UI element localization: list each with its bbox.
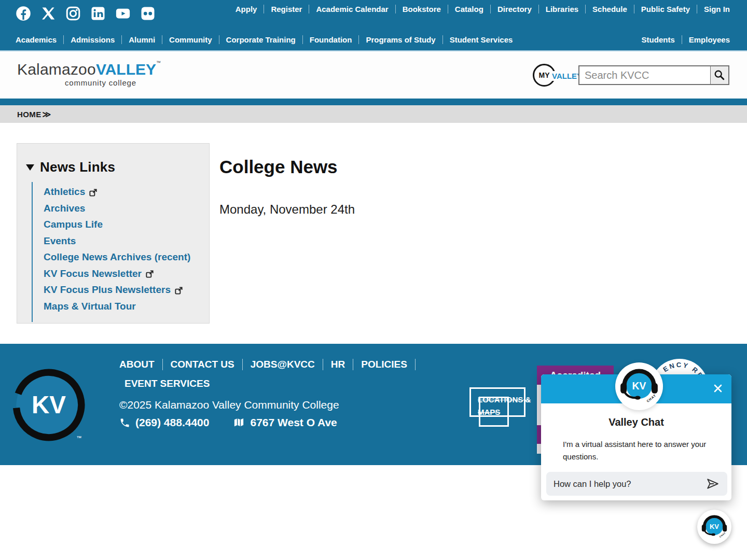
nav-employees[interactable]: Employees	[682, 35, 730, 44]
footer-address[interactable]: 6767 West O Ave	[250, 416, 337, 429]
chat-avatar: KV CHAT	[615, 362, 663, 410]
chat-title: Valley Chat	[541, 416, 731, 428]
search-icon	[714, 69, 725, 81]
breadcrumb-home-link[interactable]: HOME	[17, 110, 42, 119]
utility-link-register[interactable]: Register	[264, 5, 302, 13]
svg-text:KV: KV	[32, 391, 66, 418]
locations-maps-button[interactable]: LOCATIONS &MAPS	[469, 386, 527, 427]
logo-kalamazoo: Kalamazoo	[17, 61, 96, 78]
nav-alumni[interactable]: Alumni	[121, 35, 155, 44]
sidebar-link-archives[interactable]: Archives	[44, 201, 85, 217]
sidebar-link-maps-virtual-tour[interactable]: Maps & Virtual Tour	[44, 299, 136, 315]
instagram-link[interactable]	[65, 6, 81, 21]
search-input[interactable]	[578, 65, 711, 85]
nav-student-services[interactable]: Student Services	[442, 35, 513, 44]
logo-tagline: community college	[65, 79, 161, 87]
utility-link-sign-in[interactable]: Sign In	[697, 5, 730, 13]
nav-corporate-training[interactable]: Corporate Training	[219, 35, 296, 44]
chat-launcher-button[interactable]: KV CHAT	[697, 510, 731, 544]
top-bar: Apply Register Academic Calendar Booksto…	[0, 0, 747, 51]
linkedin-link[interactable]	[90, 6, 106, 21]
sidebar-link-kv-focus-newsletter[interactable]: KV Focus Newsletter	[44, 266, 154, 282]
nav-community[interactable]: Community	[162, 35, 212, 44]
nav-foundation[interactable]: Foundation	[302, 35, 352, 44]
news-links-panel: News Links Athletics Archives Campus Lif…	[17, 143, 210, 324]
nav-admissions[interactable]: Admissions	[63, 35, 115, 44]
utility-link-catalog[interactable]: Catalog	[448, 5, 483, 13]
sidebar-link-campus-life[interactable]: Campus Life	[44, 217, 103, 233]
kv-footer-logo: KV ™	[9, 365, 88, 445]
utility-link-apply[interactable]: Apply	[236, 5, 257, 13]
external-link-icon	[145, 270, 154, 278]
send-icon	[706, 477, 720, 491]
utility-link-schedule[interactable]: Schedule	[585, 5, 627, 13]
nav-programs-of-study[interactable]: Programs of Study	[358, 35, 435, 44]
main-nav: Academics Admissions Alumni Community Co…	[16, 35, 513, 44]
sidebar-link-athletics[interactable]: Athletics	[44, 184, 98, 200]
footer-link-jobs[interactable]: JOBS@KVCC	[251, 359, 323, 370]
site-search	[578, 65, 729, 85]
footer-link-event-services[interactable]: EVENT SERVICES	[125, 378, 210, 389]
footer-link-contact-us[interactable]: CONTACT US	[171, 359, 243, 370]
footer-copyright: ©2025 Kalamazoo Valley Community College	[119, 399, 339, 411]
utility-nav: Apply Register Academic Calendar Booksto…	[236, 5, 730, 13]
kv-headset-icon: KV CHAT	[698, 511, 730, 543]
footer-link-about[interactable]: ABOUT	[119, 359, 163, 370]
page-title: College News	[219, 157, 338, 177]
news-links-header[interactable]: News Links	[17, 144, 209, 175]
external-link-icon	[174, 286, 183, 295]
main-nav-right: Students Employees	[642, 35, 730, 44]
footer-links-row1: ABOUT CONTACT US JOBS@KVCC HR POLICIES	[119, 359, 423, 370]
send-button[interactable]	[706, 477, 720, 491]
utility-link-bookstore[interactable]: Bookstore	[395, 5, 441, 13]
kv-headset-icon: KV CHAT	[615, 362, 663, 410]
search-button[interactable]	[711, 65, 729, 85]
nav-students[interactable]: Students	[642, 35, 675, 44]
sidebar-link-kv-focus-plus-newsletters[interactable]: KV Focus Plus Newsletters	[44, 282, 183, 298]
flickr-link[interactable]	[140, 6, 156, 21]
facebook-icon	[16, 6, 31, 21]
news-links-title: News Links	[40, 159, 115, 175]
footer-contact-row: (269) 488.4400 6767 West O Ave	[119, 416, 337, 429]
utility-link-academic-calendar[interactable]: Academic Calendar	[309, 5, 388, 13]
myvalley-link[interactable]: MY VALLEY	[533, 64, 579, 88]
breadcrumb: HOME ≫	[0, 105, 747, 123]
collapse-triangle-icon	[26, 164, 34, 171]
svg-text:™: ™	[76, 435, 81, 441]
linkedin-icon	[90, 6, 106, 21]
logo-tm: ™	[156, 60, 161, 65]
sidebar-link-events[interactable]: Events	[44, 233, 76, 249]
facebook-link[interactable]	[16, 6, 31, 21]
utility-link-libraries[interactable]: Libraries	[538, 5, 578, 13]
youtube-icon	[115, 6, 131, 21]
news-links-list: Athletics Archives Campus Life Events Co…	[32, 182, 209, 322]
phone-icon	[119, 417, 130, 428]
x-twitter-link[interactable]	[40, 6, 56, 21]
divider-strip	[0, 99, 747, 105]
close-icon[interactable]	[712, 382, 724, 395]
sidebar-link-college-news-archives[interactable]: College News Archives (recent)	[44, 249, 190, 265]
social-links	[16, 6, 156, 21]
instagram-icon	[65, 6, 81, 21]
page-date: Monday, November 24th	[219, 202, 355, 217]
footer-link-policies[interactable]: POLICIES	[361, 359, 416, 370]
breadcrumb-chevron-icon: ≫	[43, 109, 51, 119]
external-link-icon	[89, 188, 98, 197]
map-icon	[233, 417, 245, 429]
svg-text:KV: KV	[632, 381, 646, 391]
svg-text:KV: KV	[710, 523, 719, 530]
chat-input-bar	[546, 472, 727, 496]
footer-link-hr[interactable]: HR	[331, 359, 353, 370]
chat-welcome-message: I'm a virtual assistant here to answer y…	[563, 438, 713, 463]
flickr-icon	[140, 6, 156, 21]
utility-link-directory[interactable]: Directory	[490, 5, 532, 13]
youtube-link[interactable]	[115, 6, 131, 21]
utility-link-public-safety[interactable]: Public Safety	[634, 5, 690, 13]
nav-academics[interactable]: Academics	[16, 35, 57, 44]
chat-message-input[interactable]	[554, 479, 706, 489]
locations-maps-label: LOCATIONS &MAPS	[478, 394, 531, 418]
x-twitter-icon	[40, 6, 56, 21]
logo-valley: VALLEY	[96, 61, 156, 78]
footer-phone[interactable]: (269) 488.4400	[135, 416, 209, 429]
kvcc-logo[interactable]: KalamazooVALLEY™ community college	[17, 62, 161, 87]
